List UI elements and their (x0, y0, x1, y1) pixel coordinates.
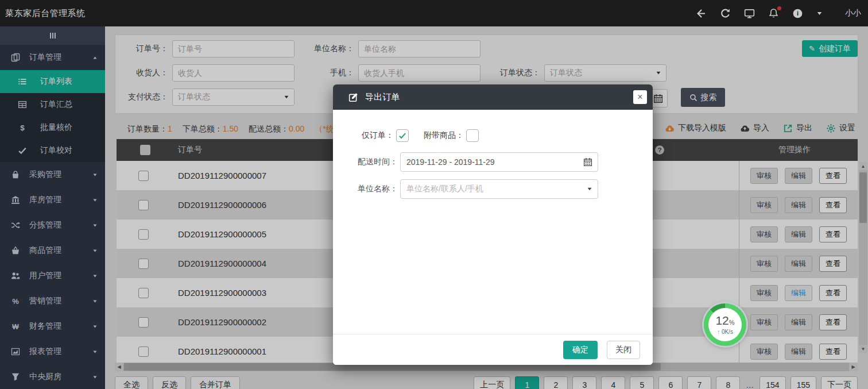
modal-unit-name-label: 单位名称： (338, 184, 398, 194)
modal-footer: 确定 关闭 (333, 334, 653, 365)
progress-speed: ↑ 0K/s (717, 329, 733, 335)
export-options-row: 仅订单： 附带商品： (362, 129, 479, 142)
upload-progress-inner: 12% ↑ 0K/s (708, 308, 742, 341)
modal-header: 导出订单 × (333, 84, 653, 110)
progress-percent: 12% (715, 315, 734, 328)
modal-close-button[interactable]: × (633, 90, 647, 104)
confirm-button[interactable]: 确定 (563, 341, 598, 359)
upload-progress-widget[interactable]: 12% ↑ 0K/s (704, 303, 746, 346)
delivery-time-input[interactable] (400, 152, 598, 172)
caret-down-icon (587, 186, 592, 192)
delivery-time-label: 配送时间： (338, 157, 398, 167)
with-goods-label: 附带商品： (424, 130, 464, 141)
with-goods-checkbox[interactable] (466, 129, 479, 142)
app-root: 菜东家后台管理系统 i小小 订单管理订单列表订单汇总$批量核价订单校对采购管理库… (0, 0, 868, 389)
cancel-button[interactable]: 关闭 (607, 341, 640, 359)
only-order-label: 仅订单： (362, 130, 394, 141)
modal-title: 导出订单 (365, 92, 400, 103)
calendar-icon[interactable] (583, 157, 592, 167)
unit-name-field: 单位名称： 单位名称/联系人/手机 (338, 179, 598, 199)
pencil-square-icon (348, 93, 358, 102)
export-orders-modal: 导出订单 × 仅订单： 附带商品： 配送时间： 单位名称： 单位名称/联系人/手… (333, 84, 653, 365)
unit-name-select[interactable]: 单位名称/联系人/手机 (400, 179, 598, 199)
up-arrow-icon: ↑ (717, 329, 720, 335)
delivery-time-field: 配送时间： (338, 152, 598, 172)
only-order-checkbox[interactable] (396, 129, 409, 142)
unit-name-placeholder: 单位名称/联系人/手机 (406, 184, 483, 194)
